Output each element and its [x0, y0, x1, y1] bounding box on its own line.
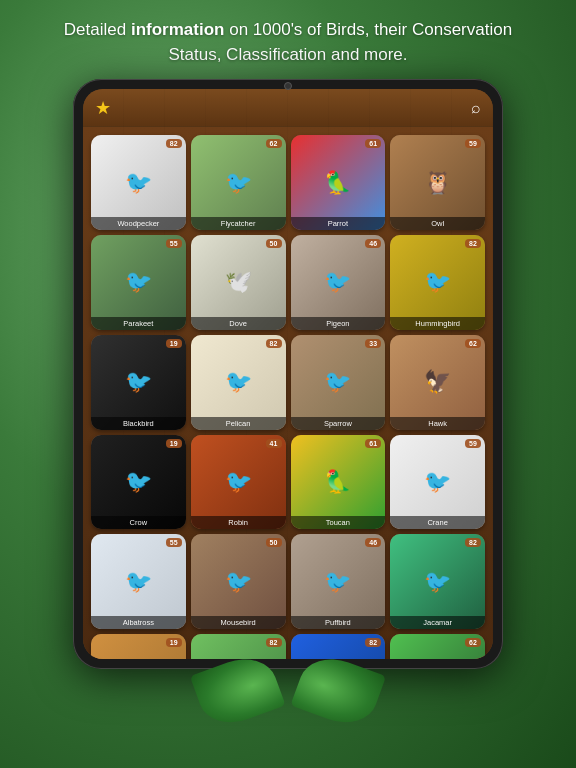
bird-name-label: Albatross: [91, 616, 186, 629]
bird-image: 🐦: [291, 534, 386, 629]
bird-count-badge: 82: [266, 638, 282, 647]
bird-name-label: Hummingbird: [390, 317, 485, 330]
bird-count-badge: 41: [266, 439, 282, 448]
nav-bar: ★ ⌕: [83, 89, 493, 127]
bird-image: 🐦: [91, 534, 186, 629]
bird-grid: 🐦82Woodpecker🐦62Flycatcher🦜61Parrot🦉59Ow…: [91, 135, 485, 659]
favorites-star-icon[interactable]: ★: [95, 97, 111, 119]
bird-image: 🐦: [291, 235, 386, 330]
bird-grid-area[interactable]: 🐦82Woodpecker🐦62Flycatcher🦜61Parrot🦉59Ow…: [83, 127, 493, 659]
bird-image: 🐦: [291, 335, 386, 430]
bird-cell-sparrow[interactable]: 🐦33Sparrow: [291, 335, 386, 430]
bird-image: 🐦: [191, 534, 286, 629]
bird-count-badge: 50: [266, 538, 282, 547]
bird-count-badge: 82: [465, 239, 481, 248]
bird-cell-toucan[interactable]: 🦜61Toucan: [291, 435, 386, 530]
bird-name-label: Crow: [91, 516, 186, 529]
search-icon[interactable]: ⌕: [471, 99, 481, 117]
bird-cell-flycatcher[interactable]: 🐦62Flycatcher: [191, 135, 286, 230]
bird-name-label: Mousebird: [191, 616, 286, 629]
bird-count-badge: 82: [166, 139, 182, 148]
bird-image: 🦜: [291, 435, 386, 530]
bird-count-badge: 82: [465, 538, 481, 547]
bird-image: 🦜: [291, 135, 386, 230]
bird-count-badge: 59: [465, 139, 481, 148]
bird-count-badge: 82: [266, 339, 282, 348]
bird-name-label: Pelican: [191, 417, 286, 430]
bird-count-badge: 59: [465, 439, 481, 448]
bird-cell-jacamar[interactable]: 🐦82Jacamar: [390, 534, 485, 629]
bird-cell-motmot[interactable]: 🐦82Motmot: [191, 634, 286, 659]
bottom-leaves: [198, 669, 378, 719]
bird-count-badge: 82: [365, 638, 381, 647]
bird-name-label: Pigeon: [291, 317, 386, 330]
bird-cell-owl[interactable]: 🦉59Owl: [390, 135, 485, 230]
bird-cell-hawk[interactable]: 🦅62Hawk: [390, 335, 485, 430]
bird-cell-mousebird[interactable]: 🐦50Mousebird: [191, 534, 286, 629]
bird-count-badge: 50: [266, 239, 282, 248]
bird-count-badge: 62: [465, 638, 481, 647]
bird-count-badge: 46: [365, 239, 381, 248]
bird-cell-hummingbird[interactable]: 🐦82Hummingbird: [390, 235, 485, 330]
bird-cell-pigeon[interactable]: 🐦46Pigeon: [291, 235, 386, 330]
bird-count-badge: 62: [266, 139, 282, 148]
bird-count-badge: 55: [166, 538, 182, 547]
bird-name-label: Woodpecker: [91, 217, 186, 230]
bird-image: 🐦: [390, 435, 485, 530]
bird-image: 🐦: [191, 435, 286, 530]
bird-cell-woodpecker[interactable]: 🐦82Woodpecker: [91, 135, 186, 230]
bird-cell-pelican[interactable]: 🐦82Pelican: [191, 335, 286, 430]
bird-image: 🦉: [390, 135, 485, 230]
bird-name-label: Hawk: [390, 417, 485, 430]
bird-name-label: Sparrow: [291, 417, 386, 430]
bird-cell-dove[interactable]: 🕊️50Dove: [191, 235, 286, 330]
bird-count-badge: 61: [365, 439, 381, 448]
bird-name-label: Parrot: [291, 217, 386, 230]
bird-name-label: Blackbird: [91, 417, 186, 430]
bird-name-label: Crane: [390, 516, 485, 529]
bird-count-badge: 46: [365, 538, 381, 547]
bird-count-badge: 61: [365, 139, 381, 148]
bird-image: 🕊️: [191, 235, 286, 330]
bird-cell-crane[interactable]: 🐦59Crane: [390, 435, 485, 530]
bird-image: 🐦: [390, 235, 485, 330]
bird-image: 🐦: [191, 135, 286, 230]
bird-name-label: Robin: [191, 516, 286, 529]
tablet-camera: [284, 82, 292, 90]
bird-name-label: Jacamar: [390, 616, 485, 629]
bird-name-label: Flycatcher: [191, 217, 286, 230]
tablet-frame: ★ ⌕ 🐦82Woodpecker🐦62Flycatcher🦜61Parrot🦉…: [73, 79, 503, 669]
bird-cell-blackbird[interactable]: 🐦19Blackbird: [91, 335, 186, 430]
bird-image: 🦅: [390, 335, 485, 430]
bird-image: 🐦: [91, 235, 186, 330]
bird-count-badge: 19: [166, 339, 182, 348]
top-text: Detailed information on 1000's of Birds,…: [0, 0, 576, 79]
bird-name-label: Puffbird: [291, 616, 386, 629]
bird-cell-puffbird[interactable]: 🐦46Puffbird: [291, 534, 386, 629]
tablet-screen: ★ ⌕ 🐦82Woodpecker🐦62Flycatcher🦜61Parrot🦉…: [83, 89, 493, 659]
bird-cell-trogon[interactable]: 🐦62Trogon: [390, 634, 485, 659]
bird-cell-hoopoe[interactable]: 🐦19Hoopoe: [91, 634, 186, 659]
bird-name-label: Dove: [191, 317, 286, 330]
bird-count-badge: 33: [365, 339, 381, 348]
bird-cell-kingfisher[interactable]: 🐦82Kingfisher: [291, 634, 386, 659]
bird-cell-crow[interactable]: 🐦19Crow: [91, 435, 186, 530]
bird-image: 🐦: [91, 135, 186, 230]
bird-image: 🐦: [191, 335, 286, 430]
bird-image: 🐦: [390, 534, 485, 629]
bird-count-badge: 62: [465, 339, 481, 348]
bird-name-label: Owl: [390, 217, 485, 230]
bird-image: 🐦: [91, 335, 186, 430]
bird-cell-parakeet[interactable]: 🐦55Parakeet: [91, 235, 186, 330]
bird-count-badge: 19: [166, 638, 182, 647]
bird-name-label: Toucan: [291, 516, 386, 529]
bird-count-badge: 55: [166, 239, 182, 248]
bird-cell-albatross[interactable]: 🐦55Albatross: [91, 534, 186, 629]
bird-cell-parrot[interactable]: 🦜61Parrot: [291, 135, 386, 230]
bird-image: 🐦: [91, 435, 186, 530]
bird-cell-robin[interactable]: 🐦41Robin: [191, 435, 286, 530]
bird-name-label: Parakeet: [91, 317, 186, 330]
bird-count-badge: 19: [166, 439, 182, 448]
